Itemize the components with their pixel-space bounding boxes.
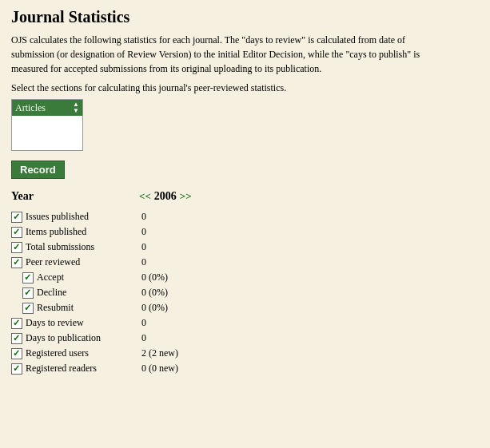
stat-label: Days to review bbox=[26, 317, 141, 329]
stat-value: 0 bbox=[141, 256, 146, 268]
stat-row: Peer reviewed0 bbox=[11, 256, 479, 268]
checkbox-icon[interactable] bbox=[11, 257, 22, 268]
stat-label: Resubmit bbox=[37, 302, 141, 314]
year-label: Year bbox=[11, 190, 139, 203]
record-button[interactable]: Record bbox=[11, 161, 65, 179]
checkbox-icon[interactable] bbox=[11, 212, 22, 223]
stat-row: Items published0 bbox=[11, 226, 479, 238]
stat-value: 0 bbox=[141, 241, 146, 253]
description: OJS calculates the following statistics … bbox=[11, 33, 479, 76]
stat-value: 0 (0%) bbox=[141, 272, 168, 283]
stat-label: Total submissions bbox=[26, 241, 141, 253]
checkbox-icon[interactable] bbox=[11, 348, 22, 359]
stat-row: Registered readers0 (0 new) bbox=[11, 363, 479, 375]
stat-row: Issues published0 bbox=[11, 211, 479, 223]
section-list-header: Articles ▲ ▼ bbox=[12, 100, 82, 116]
stat-value: 0 bbox=[141, 332, 146, 344]
checkbox-icon[interactable] bbox=[22, 287, 34, 299]
stat-label: Registered users bbox=[26, 347, 141, 359]
checkbox-icon[interactable] bbox=[11, 318, 22, 329]
scroll-down-arrow[interactable]: ▼ bbox=[73, 108, 79, 114]
stat-row: Days to publication0 bbox=[11, 332, 479, 344]
stat-value: 0 bbox=[141, 317, 146, 329]
stat-label: Peer reviewed bbox=[26, 256, 141, 268]
section-select-label: Select the sections for calculating this… bbox=[11, 82, 479, 94]
stat-row: Total submissions0 bbox=[11, 241, 479, 253]
section-list-body bbox=[12, 116, 82, 148]
stat-value: 0 (0%) bbox=[141, 287, 168, 299]
stat-row: Days to review0 bbox=[11, 317, 479, 329]
stat-value: 0 (0 new) bbox=[141, 363, 178, 375]
year-next-link[interactable]: >> bbox=[180, 190, 192, 203]
stat-label: Days to publication bbox=[26, 332, 141, 344]
stat-value: 0 bbox=[141, 226, 146, 238]
stat-value: 0 bbox=[141, 211, 146, 223]
stats-rows: Issues published0Items published0Total s… bbox=[11, 211, 479, 375]
stat-row: Resubmit0 (0%) bbox=[11, 302, 479, 314]
checkbox-icon[interactable] bbox=[11, 363, 22, 375]
stats-section: Year << 2006 >> Issues published0Items p… bbox=[11, 190, 479, 375]
stat-label: Decline bbox=[37, 287, 141, 299]
stat-row: Decline0 (0%) bbox=[11, 287, 479, 299]
section-list-label: Articles bbox=[15, 102, 46, 114]
stat-row: Accept0 (0%) bbox=[11, 272, 479, 283]
checkbox-icon[interactable] bbox=[22, 272, 34, 283]
stat-row: Registered users2 (2 new) bbox=[11, 347, 479, 359]
stat-label: Issues published bbox=[26, 211, 141, 223]
year-prev-link[interactable]: << bbox=[139, 190, 151, 203]
stat-value: 2 (2 new) bbox=[141, 347, 178, 359]
stat-label: Registered readers bbox=[26, 363, 141, 375]
year-row: Year << 2006 >> bbox=[11, 190, 479, 203]
year-display: 2006 bbox=[154, 190, 177, 203]
checkbox-icon[interactable] bbox=[11, 227, 22, 238]
section-list[interactable]: Articles ▲ ▼ bbox=[11, 99, 83, 151]
scroll-arrows: ▲ ▼ bbox=[73, 101, 79, 114]
checkbox-icon[interactable] bbox=[11, 242, 22, 253]
stat-label: Accept bbox=[37, 272, 141, 283]
page-title: Journal Statistics bbox=[11, 8, 479, 26]
stat-value: 0 (0%) bbox=[141, 302, 168, 314]
stat-label: Items published bbox=[26, 226, 141, 238]
checkbox-icon[interactable] bbox=[22, 303, 34, 314]
checkbox-icon[interactable] bbox=[11, 333, 22, 344]
